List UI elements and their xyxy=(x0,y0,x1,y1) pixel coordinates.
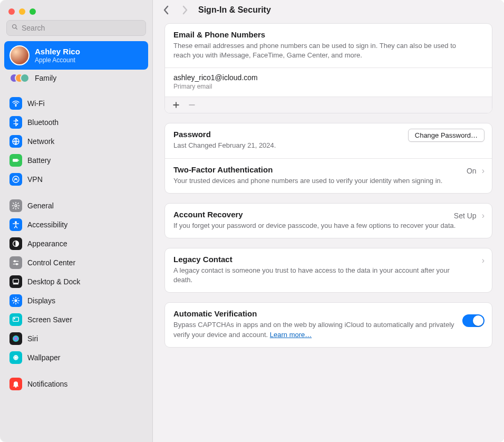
sidebar-item-label: Accessibility xyxy=(27,220,67,229)
sidebar-item-apple-account[interactable]: Ashley Rico Apple Account xyxy=(4,41,148,70)
sidebar-item-label: Displays xyxy=(27,296,55,305)
sidebar-item-label: Bluetooth xyxy=(27,118,59,127)
appearance-icon xyxy=(9,237,22,250)
chevron-right-icon: › xyxy=(482,211,484,220)
section-description: If you forget your password or device pa… xyxy=(173,221,483,230)
sidebar-item-bluetooth[interactable]: Bluetooth xyxy=(4,113,148,132)
automatic-verification-toggle[interactable] xyxy=(462,314,484,327)
sidebar-item-controlcenter[interactable]: Control Center xyxy=(4,253,148,272)
sidebar-item-label: VPN xyxy=(27,175,43,184)
legacy-contact-card: Legacy Contact A legacy contact is someo… xyxy=(164,248,492,293)
learn-more-link[interactable]: Learn more… xyxy=(270,331,312,339)
sidebar-item-accessibility[interactable]: Accessibility xyxy=(4,215,148,234)
search-icon xyxy=(11,23,18,33)
primary-email-value: ashley_rico1@icloud.com xyxy=(173,73,483,82)
automatic-verification-row: Automatic Verification Bypass CAPTCHAs i… xyxy=(165,303,492,347)
close-window-button[interactable] xyxy=(8,8,15,15)
change-password-button[interactable]: Change Password… xyxy=(408,129,484,142)
add-button[interactable] xyxy=(170,99,182,111)
svg-point-19 xyxy=(13,335,19,342)
section-description: Last Changed February 21, 2024. xyxy=(173,141,483,150)
sidebar-item-label: Notifications xyxy=(27,380,67,388)
svg-rect-15 xyxy=(13,283,19,284)
sidebar-item-label: Control Center xyxy=(27,258,75,267)
section-description: These email addresses and phone numbers … xyxy=(173,41,483,60)
search-input[interactable] xyxy=(22,24,141,32)
svg-rect-14 xyxy=(13,279,19,283)
access-icon xyxy=(9,218,22,231)
page-title: Sign-In & Security xyxy=(198,5,271,15)
bluetooth-icon xyxy=(9,116,22,129)
account-recovery-row[interactable]: Account Recovery If you forget your pass… xyxy=(165,204,492,238)
sidebar-item-wifi[interactable]: Wi-Fi xyxy=(4,94,148,113)
content-pane: Sign-In & Security Email & Phone Numbers… xyxy=(153,0,504,442)
sidebar-item-screensaver[interactable]: Screen Saver xyxy=(4,310,148,329)
wall-icon xyxy=(9,351,22,364)
email-phone-header: Email & Phone Numbers These email addres… xyxy=(165,24,492,68)
sidebar-item-desktopdock[interactable]: Desktop & Dock xyxy=(4,272,148,291)
forward-button[interactable] xyxy=(180,5,190,15)
wifi-icon xyxy=(9,97,22,110)
sidebar-item-battery[interactable]: Battery xyxy=(4,151,148,170)
section-description: Your trusted devices and phone numbers a… xyxy=(173,176,483,186)
sidebar-item-notifications[interactable]: Notifications xyxy=(4,374,148,393)
primary-email-label: Primary email xyxy=(173,83,483,90)
sidebar-item-appearance[interactable]: Appearance xyxy=(4,234,148,253)
sidebar-item-label: Desktop & Dock xyxy=(27,277,80,286)
two-factor-status: On xyxy=(467,167,477,175)
sidebar-item-label: Family xyxy=(35,74,56,82)
account-subtitle: Apple Account xyxy=(35,56,80,64)
section-title: Legacy Contact xyxy=(173,255,483,264)
minimize-window-button[interactable] xyxy=(19,8,25,15)
sidebar-item-label: Network xyxy=(27,137,54,146)
gear-icon xyxy=(9,199,22,212)
section-title: Account Recovery xyxy=(173,210,483,219)
chevron-right-icon: › xyxy=(482,166,484,176)
sidebar-item-vpn[interactable]: VPN xyxy=(4,170,148,189)
zoom-window-button[interactable] xyxy=(30,8,36,15)
bell-icon xyxy=(9,378,22,390)
sidebar-item-family[interactable]: Family xyxy=(4,70,148,87)
section-title: Automatic Verification xyxy=(173,309,483,318)
section-description: A legacy contact is someone you trust to… xyxy=(173,266,483,285)
primary-email-row[interactable]: ashley_rico1@icloud.com Primary email xyxy=(165,68,492,97)
svg-rect-5 xyxy=(18,160,19,161)
section-description: Bypass CAPTCHAs in apps and on the web b… xyxy=(173,320,483,339)
sidebar-item-wallpaper[interactable]: Wallpaper xyxy=(4,348,148,367)
sidebar-item-label: Siri xyxy=(27,334,38,343)
svg-point-0 xyxy=(13,25,16,28)
svg-rect-4 xyxy=(13,159,18,161)
password-section: Password Last Changed February 21, 2024.… xyxy=(165,123,492,158)
back-button[interactable] xyxy=(161,5,171,15)
display-icon xyxy=(9,294,22,307)
battery-icon xyxy=(9,154,22,167)
section-title: Email & Phone Numbers xyxy=(173,30,483,39)
section-title: Two-Factor Authentication xyxy=(173,165,483,174)
svg-point-13 xyxy=(16,263,18,265)
user-avatar xyxy=(9,45,30,65)
svg-line-1 xyxy=(16,28,17,30)
sidebar-item-label: Screen Saver xyxy=(27,315,72,324)
cc-icon xyxy=(9,256,22,269)
legacy-contact-row[interactable]: Legacy Contact A legacy contact is someo… xyxy=(165,248,492,292)
sidebar: Ashley Rico Apple Account Family Wi-FiBl… xyxy=(0,0,153,442)
two-factor-row[interactable]: Two-Factor Authentication Your trusted d… xyxy=(165,158,492,193)
sidebar-item-network[interactable]: Network xyxy=(4,132,148,151)
sidebar-item-label: General xyxy=(27,201,54,210)
sidebar-item-displays[interactable]: Displays xyxy=(4,291,148,310)
recovery-status: Set Up xyxy=(454,212,477,220)
titlebar: Sign-In & Security xyxy=(153,0,504,18)
scr-icon xyxy=(9,313,22,326)
account-recovery-card: Account Recovery If you forget your pass… xyxy=(164,203,492,238)
family-avatar-stack xyxy=(9,73,30,83)
email-phone-card: Email & Phone Numbers These email addres… xyxy=(164,23,492,113)
password-card: Password Last Changed February 21, 2024.… xyxy=(164,123,492,193)
globe-icon xyxy=(9,135,22,148)
automatic-verification-card: Automatic Verification Bypass CAPTCHAs i… xyxy=(164,302,492,347)
sidebar-item-general[interactable]: General xyxy=(4,196,148,215)
sidebar-item-siri[interactable]: Siri xyxy=(4,329,148,348)
search-field[interactable] xyxy=(6,20,146,36)
svg-point-7 xyxy=(15,205,17,207)
chevron-right-icon: › xyxy=(482,256,484,265)
sidebar-item-label: Wallpaper xyxy=(27,353,61,362)
